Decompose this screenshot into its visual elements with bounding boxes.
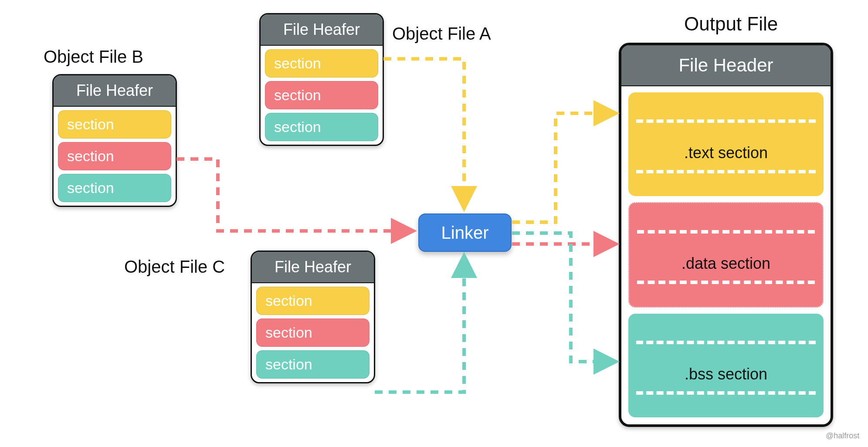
file-c-section-2: section bbox=[256, 318, 370, 347]
label-file-b: Object File B bbox=[44, 47, 143, 67]
label-file-a: Object File A bbox=[392, 24, 491, 44]
output-text-section: .text section bbox=[628, 92, 824, 196]
output-header: File Header bbox=[621, 45, 831, 86]
file-b-header: File Heafer bbox=[54, 75, 176, 107]
label-output: Output File bbox=[684, 13, 778, 35]
object-file-c: File Heafer section section section bbox=[251, 251, 375, 383]
file-a-header: File Heafer bbox=[261, 14, 383, 46]
arrow-b-pink-to-linker bbox=[176, 159, 412, 231]
file-c-section-1: section bbox=[256, 287, 370, 315]
output-bss-label: .bss section bbox=[628, 365, 824, 383]
label-file-c: Object File C bbox=[124, 257, 225, 277]
file-a-section-3: section bbox=[265, 113, 378, 141]
output-file: File Header .text section .data section … bbox=[619, 43, 833, 427]
diagram-stage: Object File B Object File A Object File … bbox=[0, 0, 868, 447]
arrow-a-yellow-to-linker bbox=[383, 59, 464, 207]
file-b-section-3: section bbox=[58, 174, 171, 202]
file-b-section-2: section bbox=[58, 142, 171, 170]
file-c-header: File Heafer bbox=[252, 252, 374, 283]
file-c-section-3: section bbox=[256, 350, 370, 379]
arrow-linker-to-text bbox=[512, 113, 614, 222]
arrow-linker-to-bss bbox=[512, 233, 614, 362]
credit-text: @halfrost bbox=[826, 431, 859, 440]
arrow-c-teal-to-linker bbox=[375, 257, 464, 392]
object-file-b: File Heafer section section section bbox=[52, 74, 177, 207]
output-data-section: .data section bbox=[628, 202, 824, 308]
output-bss-section: .bss section bbox=[628, 314, 824, 417]
object-file-a: File Heafer section section section bbox=[259, 13, 384, 146]
file-b-section-1: section bbox=[58, 110, 171, 139]
output-data-label: .data section bbox=[629, 254, 823, 273]
file-a-section-2: section bbox=[265, 81, 378, 109]
output-text-label: .text section bbox=[628, 144, 824, 162]
file-a-section-1: section bbox=[265, 49, 378, 78]
linker-node: Linker bbox=[418, 213, 512, 252]
